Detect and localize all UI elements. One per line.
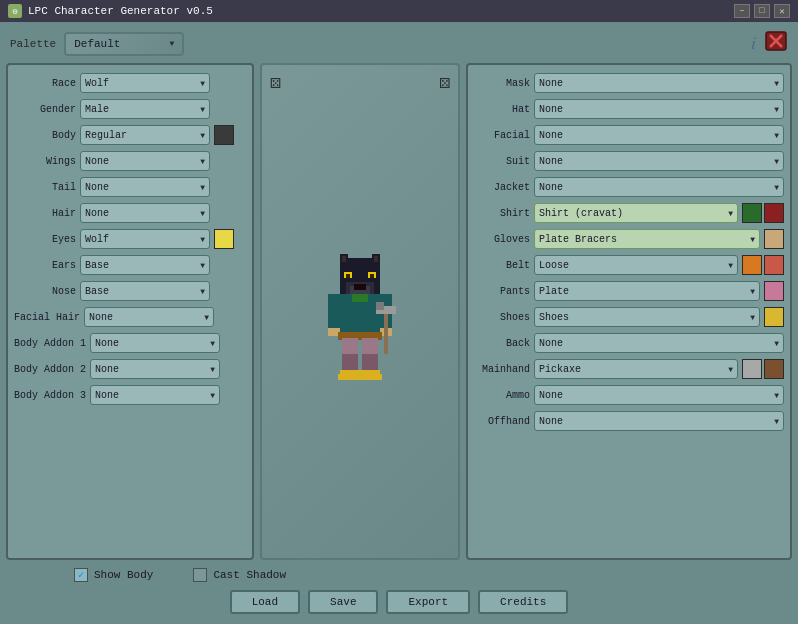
right-swatches-5 xyxy=(742,203,784,223)
left-dropdown-1[interactable]: Male▼ xyxy=(80,99,210,119)
right-dropdown-text-6: Plate Bracers xyxy=(539,234,750,245)
palette-label: Palette xyxy=(10,38,56,50)
right-dropdown-0[interactable]: None▼ xyxy=(534,73,784,93)
right-dropdown-1[interactable]: None▼ xyxy=(534,99,784,119)
right-dropdown-10[interactable]: None▼ xyxy=(534,333,784,353)
left-dropdown-3[interactable]: None▼ xyxy=(80,151,210,171)
right-dropdown-4[interactable]: None▼ xyxy=(534,177,784,197)
show-body-checkbox-row[interactable]: ✓ Show Body xyxy=(74,568,153,582)
window-title: LPC Character Generator v0.5 xyxy=(28,5,213,17)
right-dropdown-11[interactable]: Pickaxe▼ xyxy=(534,359,738,379)
right-swatch-7-1[interactable] xyxy=(764,255,784,275)
right-swatch-11-0[interactable] xyxy=(742,359,762,379)
right-label-12: Ammo xyxy=(474,390,530,401)
show-body-label: Show Body xyxy=(94,569,153,581)
left-dropdown-arrow-icon-2: ▼ xyxy=(200,131,205,140)
right-dropdown-2[interactable]: None▼ xyxy=(534,125,784,145)
left-swatch-2[interactable] xyxy=(214,125,234,145)
left-row-11: Body Addon 2None▼ xyxy=(14,357,246,381)
cast-shadow-checkbox[interactable] xyxy=(193,568,207,582)
left-dropdown-10[interactable]: None▼ xyxy=(90,333,220,353)
right-dropdown-text-0: None xyxy=(539,78,774,89)
left-dropdown-6[interactable]: Wolf▼ xyxy=(80,229,210,249)
left-dropdown-arrow-icon-0: ▼ xyxy=(200,79,205,88)
left-dropdown-4[interactable]: None▼ xyxy=(80,177,210,197)
left-dropdown-2[interactable]: Regular▼ xyxy=(80,125,210,145)
left-dropdown-text-8: Base xyxy=(85,286,198,297)
left-dropdown-12[interactable]: None▼ xyxy=(90,385,220,405)
close-button[interactable]: ✕ xyxy=(774,4,790,18)
svg-rect-13 xyxy=(346,274,350,278)
right-swatch-11-1[interactable] xyxy=(764,359,784,379)
right-dropdown-text-1: None xyxy=(539,104,774,115)
palette-dropdown[interactable]: Default ▼ xyxy=(64,32,184,56)
dice-left-icon[interactable]: ⚄ xyxy=(270,71,281,93)
right-row-4: JacketNone▼ xyxy=(474,175,784,199)
left-swatch-6[interactable] xyxy=(214,229,234,249)
info-icon[interactable]: 𝑖 xyxy=(751,34,756,54)
right-row-10: BackNone▼ xyxy=(474,331,784,355)
left-label-6: Eyes xyxy=(14,234,76,245)
palette-arrow-icon: ▼ xyxy=(169,39,174,48)
cast-shadow-checkbox-row[interactable]: Cast Shadow xyxy=(193,568,286,582)
credits-button[interactable]: Credits xyxy=(478,590,568,614)
left-dropdown-text-4: None xyxy=(85,182,198,193)
left-dropdown-0[interactable]: Wolf▼ xyxy=(80,73,210,93)
right-row-11: MainhandPickaxe▼ xyxy=(474,357,784,381)
right-swatches-6 xyxy=(764,229,784,249)
left-dropdown-text-7: Base xyxy=(85,260,198,271)
right-dropdown-7[interactable]: Loose▼ xyxy=(534,255,738,275)
left-row-1: GenderMale▼ xyxy=(14,97,246,121)
right-dropdown-arrow-icon-7: ▼ xyxy=(728,261,733,270)
export-button[interactable]: Export xyxy=(386,590,470,614)
right-label-13: Offhand xyxy=(474,416,530,427)
x-close-icon[interactable] xyxy=(764,30,788,57)
right-swatch-5-0[interactable] xyxy=(742,203,762,223)
right-dropdown-text-3: None xyxy=(539,156,774,167)
left-dropdown-arrow-icon-8: ▼ xyxy=(200,287,205,296)
left-dropdown-9[interactable]: None▼ xyxy=(84,307,214,327)
right-swatch-9-0[interactable] xyxy=(764,307,784,327)
left-dropdown-arrow-icon-7: ▼ xyxy=(200,261,205,270)
left-label-2: Body xyxy=(14,130,76,141)
right-dropdown-12[interactable]: None▼ xyxy=(534,385,784,405)
minimize-button[interactable]: – xyxy=(734,4,750,18)
right-row-9: ShoesShoes▼ xyxy=(474,305,784,329)
maximize-button[interactable]: □ xyxy=(754,4,770,18)
left-dropdown-8[interactable]: Base▼ xyxy=(80,281,210,301)
right-swatch-8-0[interactable] xyxy=(764,281,784,301)
right-label-11: Mainhand xyxy=(474,364,530,375)
left-row-0: RaceWolf▼ xyxy=(14,71,246,95)
left-label-4: Tail xyxy=(14,182,76,193)
right-dropdown-arrow-icon-3: ▼ xyxy=(774,157,779,166)
dice-right-icon[interactable]: ⚄ xyxy=(439,71,450,93)
right-dropdown-5[interactable]: Shirt (cravat)▼ xyxy=(534,203,738,223)
show-body-checkbox[interactable]: ✓ xyxy=(74,568,88,582)
right-dropdown-9[interactable]: Shoes▼ xyxy=(534,307,760,327)
svg-rect-26 xyxy=(362,354,378,370)
left-label-1: Gender xyxy=(14,104,76,115)
window-controls: – □ ✕ xyxy=(734,4,790,18)
left-dropdown-arrow-icon-4: ▼ xyxy=(200,183,205,192)
left-dropdown-text-2: Regular xyxy=(85,130,198,141)
right-swatch-7-0[interactable] xyxy=(742,255,762,275)
save-button[interactable]: Save xyxy=(308,590,378,614)
title-bar: ⚙ LPC Character Generator v0.5 – □ ✕ xyxy=(0,0,798,22)
right-swatch-6-0[interactable] xyxy=(764,229,784,249)
left-dropdown-text-1: Male xyxy=(85,104,198,115)
right-dropdown-6[interactable]: Plate Bracers▼ xyxy=(534,229,760,249)
right-label-7: Belt xyxy=(474,260,530,271)
left-dropdown-7[interactable]: Base▼ xyxy=(80,255,210,275)
right-dropdown-13[interactable]: None▼ xyxy=(534,411,784,431)
load-button[interactable]: Load xyxy=(230,590,300,614)
left-panel: RaceWolf▼GenderMale▼BodyRegular▼WingsNon… xyxy=(6,63,254,560)
right-swatches-8 xyxy=(764,281,784,301)
left-dropdown-11[interactable]: None▼ xyxy=(90,359,220,379)
right-dropdown-3[interactable]: None▼ xyxy=(534,151,784,171)
svg-rect-31 xyxy=(384,314,388,354)
right-dropdown-text-12: None xyxy=(539,390,774,401)
right-dropdown-8[interactable]: Plate▼ xyxy=(534,281,760,301)
right-swatch-5-1[interactable] xyxy=(764,203,784,223)
middle-panel: ⚄ ⚄ xyxy=(260,63,460,560)
left-dropdown-5[interactable]: None▼ xyxy=(80,203,210,223)
